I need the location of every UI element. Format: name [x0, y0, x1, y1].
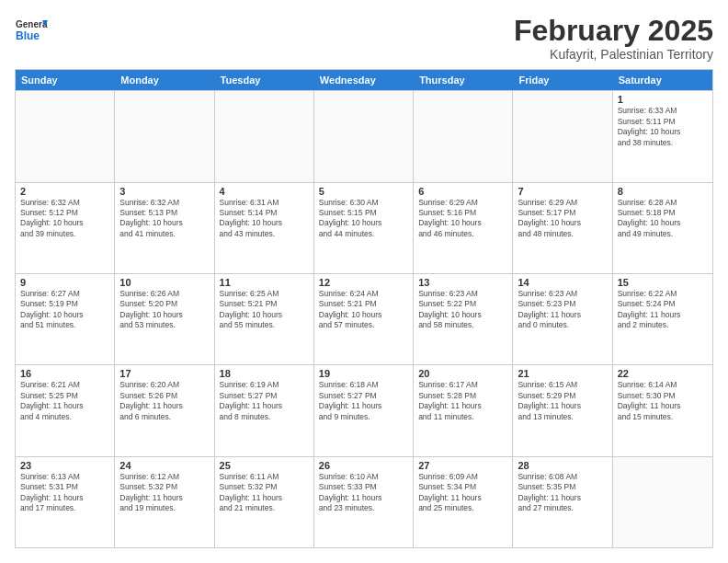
day-info: Sunrise: 6:31 AM Sunset: 5:14 PM Dayligh…: [220, 198, 309, 240]
calendar-cell: 26Sunrise: 6:10 AM Sunset: 5:33 PM Dayli…: [314, 457, 414, 547]
calendar-cell: [215, 91, 314, 181]
svg-text:Blue: Blue: [16, 29, 40, 42]
day-number: 3: [119, 186, 209, 197]
day-number: 5: [319, 186, 408, 197]
day-info: Sunrise: 6:25 AM Sunset: 5:21 PM Dayligh…: [220, 289, 309, 331]
logo: General Blue: [15, 15, 48, 48]
day-number: 18: [220, 368, 309, 379]
calendar-cell: 3Sunrise: 6:32 AM Sunset: 5:13 PM Daylig…: [115, 183, 214, 273]
day-number: 23: [20, 460, 109, 471]
day-info: Sunrise: 6:29 AM Sunset: 5:16 PM Dayligh…: [418, 198, 507, 240]
calendar-cell: [314, 91, 414, 181]
calendar-cell: 19Sunrise: 6:18 AM Sunset: 5:27 PM Dayli…: [314, 365, 414, 455]
calendar-row: 16Sunrise: 6:21 AM Sunset: 5:25 PM Dayli…: [16, 364, 712, 455]
calendar-header-cell: Saturday: [613, 70, 712, 90]
calendar-header-cell: Tuesday: [215, 70, 314, 90]
day-info: Sunrise: 6:32 AM Sunset: 5:13 PM Dayligh…: [119, 198, 209, 240]
day-number: 8: [618, 186, 708, 197]
day-info: Sunrise: 6:30 AM Sunset: 5:15 PM Dayligh…: [319, 198, 408, 240]
day-number: 4: [220, 186, 309, 197]
calendar-header-cell: Sunday: [16, 70, 115, 90]
day-number: 19: [319, 368, 408, 379]
day-number: 27: [418, 460, 507, 471]
day-number: 15: [618, 277, 708, 288]
day-number: 11: [220, 277, 309, 288]
calendar-cell: 9Sunrise: 6:27 AM Sunset: 5:19 PM Daylig…: [16, 274, 115, 364]
day-info: Sunrise: 6:29 AM Sunset: 5:17 PM Dayligh…: [518, 198, 607, 240]
calendar-cell: 13Sunrise: 6:23 AM Sunset: 5:22 PM Dayli…: [414, 274, 513, 364]
calendar-cell: 23Sunrise: 6:13 AM Sunset: 5:31 PM Dayli…: [16, 457, 115, 547]
day-number: 9: [20, 277, 109, 288]
day-number: 6: [418, 186, 507, 197]
day-info: Sunrise: 6:19 AM Sunset: 5:27 PM Dayligh…: [220, 380, 309, 422]
calendar-cell: [414, 91, 513, 181]
calendar-header-cell: Thursday: [414, 70, 513, 90]
calendar: SundayMondayTuesdayWednesdayThursdayFrid…: [15, 69, 713, 548]
day-info: Sunrise: 6:17 AM Sunset: 5:28 PM Dayligh…: [418, 380, 507, 422]
day-number: 28: [518, 460, 607, 471]
calendar-cell: 25Sunrise: 6:11 AM Sunset: 5:32 PM Dayli…: [215, 457, 314, 547]
title-section: February 2025 Kufayrit, Palestinian Terr…: [514, 15, 713, 62]
calendar-cell: 18Sunrise: 6:19 AM Sunset: 5:27 PM Dayli…: [215, 365, 314, 455]
calendar-row: 23Sunrise: 6:13 AM Sunset: 5:31 PM Dayli…: [16, 456, 712, 547]
day-number: 22: [618, 368, 708, 379]
calendar-cell: 12Sunrise: 6:24 AM Sunset: 5:21 PM Dayli…: [314, 274, 414, 364]
day-number: 10: [119, 277, 209, 288]
calendar-cell: 10Sunrise: 6:26 AM Sunset: 5:20 PM Dayli…: [115, 274, 214, 364]
calendar-cell: [16, 91, 115, 181]
day-info: Sunrise: 6:13 AM Sunset: 5:31 PM Dayligh…: [20, 472, 109, 514]
day-info: Sunrise: 6:12 AM Sunset: 5:32 PM Dayligh…: [119, 472, 209, 514]
day-info: Sunrise: 6:21 AM Sunset: 5:25 PM Dayligh…: [20, 380, 109, 422]
calendar-header-cell: Monday: [115, 70, 214, 90]
calendar-cell: 16Sunrise: 6:21 AM Sunset: 5:25 PM Dayli…: [16, 365, 115, 455]
day-info: Sunrise: 6:23 AM Sunset: 5:22 PM Dayligh…: [418, 289, 507, 331]
calendar-body: 1Sunrise: 6:33 AM Sunset: 5:11 PM Daylig…: [16, 90, 712, 547]
day-number: 25: [220, 460, 309, 471]
day-info: Sunrise: 6:20 AM Sunset: 5:26 PM Dayligh…: [119, 380, 209, 422]
subtitle: Kufayrit, Palestinian Territory: [514, 47, 713, 62]
calendar-row: 1Sunrise: 6:33 AM Sunset: 5:11 PM Daylig…: [16, 90, 712, 181]
day-info: Sunrise: 6:27 AM Sunset: 5:19 PM Dayligh…: [20, 289, 109, 331]
page: General Blue February 2025 Kufayrit, Pal…: [0, 0, 728, 563]
calendar-cell: 17Sunrise: 6:20 AM Sunset: 5:26 PM Dayli…: [115, 365, 214, 455]
day-info: Sunrise: 6:33 AM Sunset: 5:11 PM Dayligh…: [618, 106, 708, 148]
calendar-header-cell: Friday: [513, 70, 612, 90]
day-info: Sunrise: 6:10 AM Sunset: 5:33 PM Dayligh…: [319, 472, 408, 514]
calendar-row: 2Sunrise: 6:32 AM Sunset: 5:12 PM Daylig…: [16, 182, 712, 273]
main-title: February 2025: [514, 15, 713, 47]
day-number: 16: [20, 368, 109, 379]
day-number: 7: [518, 186, 607, 197]
day-info: Sunrise: 6:18 AM Sunset: 5:27 PM Dayligh…: [319, 380, 408, 422]
logo-icon: General Blue: [15, 15, 48, 48]
day-info: Sunrise: 6:09 AM Sunset: 5:34 PM Dayligh…: [418, 472, 507, 514]
calendar-cell: 4Sunrise: 6:31 AM Sunset: 5:14 PM Daylig…: [215, 183, 314, 273]
calendar-cell: [115, 91, 214, 181]
day-info: Sunrise: 6:24 AM Sunset: 5:21 PM Dayligh…: [319, 289, 408, 331]
day-number: 20: [418, 368, 507, 379]
day-info: Sunrise: 6:08 AM Sunset: 5:35 PM Dayligh…: [518, 472, 607, 514]
day-number: 21: [518, 368, 607, 379]
calendar-row: 9Sunrise: 6:27 AM Sunset: 5:19 PM Daylig…: [16, 273, 712, 364]
day-info: Sunrise: 6:14 AM Sunset: 5:30 PM Dayligh…: [618, 380, 708, 422]
calendar-cell: 28Sunrise: 6:08 AM Sunset: 5:35 PM Dayli…: [513, 457, 612, 547]
day-info: Sunrise: 6:15 AM Sunset: 5:29 PM Dayligh…: [518, 380, 607, 422]
calendar-cell: 22Sunrise: 6:14 AM Sunset: 5:30 PM Dayli…: [613, 365, 712, 455]
calendar-cell: 11Sunrise: 6:25 AM Sunset: 5:21 PM Dayli…: [215, 274, 314, 364]
calendar-cell: [513, 91, 612, 181]
calendar-cell: 20Sunrise: 6:17 AM Sunset: 5:28 PM Dayli…: [414, 365, 513, 455]
header: General Blue February 2025 Kufayrit, Pal…: [15, 15, 713, 62]
day-number: 13: [418, 277, 507, 288]
calendar-cell: 7Sunrise: 6:29 AM Sunset: 5:17 PM Daylig…: [513, 183, 612, 273]
calendar-cell: 8Sunrise: 6:28 AM Sunset: 5:18 PM Daylig…: [613, 183, 712, 273]
calendar-cell: 5Sunrise: 6:30 AM Sunset: 5:15 PM Daylig…: [314, 183, 414, 273]
calendar-cell: 27Sunrise: 6:09 AM Sunset: 5:34 PM Dayli…: [414, 457, 513, 547]
day-number: 12: [319, 277, 408, 288]
day-info: Sunrise: 6:11 AM Sunset: 5:32 PM Dayligh…: [220, 472, 309, 514]
day-number: 14: [518, 277, 607, 288]
day-info: Sunrise: 6:26 AM Sunset: 5:20 PM Dayligh…: [119, 289, 209, 331]
calendar-cell: 24Sunrise: 6:12 AM Sunset: 5:32 PM Dayli…: [115, 457, 214, 547]
day-info: Sunrise: 6:23 AM Sunset: 5:23 PM Dayligh…: [518, 289, 607, 331]
calendar-cell: 15Sunrise: 6:22 AM Sunset: 5:24 PM Dayli…: [613, 274, 712, 364]
day-number: 24: [119, 460, 209, 471]
day-info: Sunrise: 6:28 AM Sunset: 5:18 PM Dayligh…: [618, 198, 708, 240]
